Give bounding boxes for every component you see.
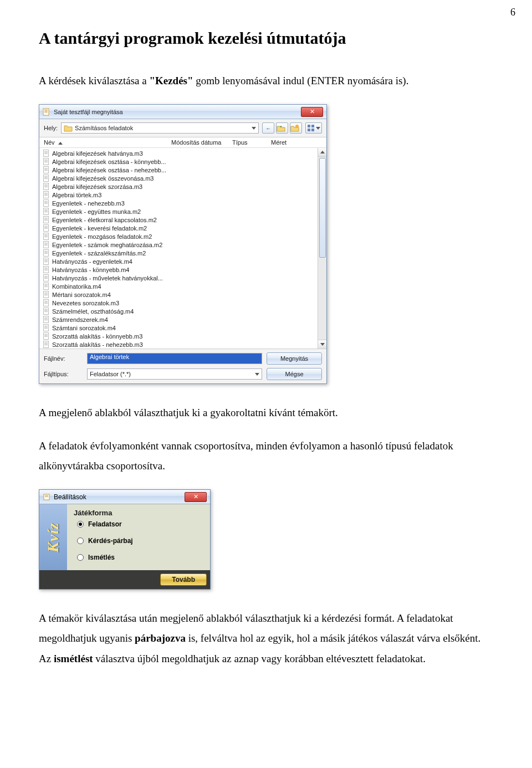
file-row[interactable]: Egyenletek - mozgásos feladatok.m2 (43, 232, 315, 240)
file-name: Nevezetes sorozatok.m3 (52, 300, 119, 306)
file-row[interactable]: Egyenletek - nehezebb.m3 (43, 199, 315, 207)
file-row[interactable]: Számelmélet, oszthatóság.m4 (43, 307, 315, 315)
svg-rect-87 (44, 319, 48, 319)
file-name: Egyenletek - százalékszámítás.m2 (52, 250, 146, 257)
file-row[interactable]: Szorzattá alakítás - nehezebb.m3 (43, 340, 315, 349)
filetype-label: Fájltípus: (44, 371, 83, 377)
next-button[interactable]: Tovább (160, 574, 207, 586)
file-row[interactable]: Egyenletek - keverési feladatok.m2 (43, 224, 315, 232)
svg-rect-41 (44, 225, 49, 232)
svg-point-4 (295, 125, 299, 128)
svg-rect-29 (44, 200, 49, 207)
file-row[interactable]: Szorzattá alakítás - könnyebb.m3 (43, 332, 315, 340)
svg-rect-73 (44, 291, 49, 298)
paragraph-3: A feladatok évfolyamonként vannak csopor… (39, 436, 493, 476)
grid-icon (308, 125, 314, 131)
radio-feladatsor[interactable]: Feladatsor (77, 520, 203, 528)
close-icon[interactable]: ✕ (185, 492, 207, 502)
file-icon (43, 216, 50, 223)
svg-rect-6 (44, 151, 48, 152)
filetype-value: Feladatsor (*.*) (90, 371, 131, 377)
svg-rect-78 (44, 301, 48, 301)
file-icon (43, 233, 50, 240)
file-icon (43, 208, 50, 215)
file-icon (43, 183, 50, 190)
file-icon (43, 324, 50, 331)
file-name: Algebrai kifejezések osztása - nehezebb.… (52, 167, 166, 173)
group-title: Játékforma (74, 509, 203, 517)
file-icon (43, 308, 50, 315)
svg-rect-40 (44, 220, 48, 221)
filename-input[interactable]: Algebrai törtek (87, 353, 262, 364)
p4-ismetlest-bold: ismétlést (54, 653, 93, 664)
file-row[interactable]: Algebrai kifejezések osztása - könnyebb.… (43, 157, 315, 166)
file-row[interactable]: Egyenletek - százalékszámítás.m2 (43, 249, 315, 257)
scrollbar-vertical[interactable] (318, 148, 326, 349)
dialog2-title-text: Beállítások (54, 493, 86, 501)
file-name: Számtani sorozatok.m4 (52, 325, 116, 331)
svg-rect-32 (44, 203, 48, 204)
svg-rect-54 (44, 251, 48, 252)
file-row[interactable]: Hatványozás - műveletek hatványokkal... (43, 274, 315, 282)
p1-kezdes-bold: "Kezdés" (149, 75, 193, 86)
svg-rect-20 (44, 178, 48, 179)
col-name: Név (44, 139, 55, 146)
nav-newfolder-button[interactable] (290, 122, 302, 134)
file-icon (43, 299, 50, 306)
folder-up-icon (277, 124, 285, 132)
nav-back-button[interactable]: ← (262, 122, 274, 134)
file-icon (43, 332, 50, 340)
open-button[interactable]: Megnyitás (267, 352, 322, 365)
file-row[interactable]: Kombinatorika.m4 (43, 282, 315, 290)
file-name: Számrendszerek.m4 (52, 316, 108, 323)
file-row[interactable]: Algebrai kifejezések hatványa.m3 (43, 149, 315, 157)
file-column-headers[interactable]: Név Módosítás dátuma Típus Méret (39, 137, 326, 148)
svg-rect-33 (44, 208, 49, 215)
file-row[interactable]: Algebrai törtek.m3 (43, 191, 315, 199)
file-icon (43, 266, 50, 273)
svg-rect-36 (44, 212, 48, 212)
file-row[interactable]: Számtani sorozatok.m4 (43, 324, 315, 332)
svg-rect-7 (44, 152, 48, 153)
file-icon (43, 199, 50, 207)
radio-kerdes-parbaj[interactable]: Kérdés-párbaj (77, 537, 203, 545)
file-row[interactable]: Algebrai kifejezések osztása - nehezebb.… (43, 166, 315, 174)
scroll-thumb[interactable] (319, 158, 326, 258)
svg-rect-93 (44, 333, 49, 340)
file-row[interactable]: Hatványozás - könnyebb.m4 (43, 265, 315, 274)
file-icon (43, 241, 50, 248)
file-name: Algebrai kifejezések osztása - könnyebb.… (52, 158, 166, 165)
svg-rect-74 (44, 293, 48, 293)
view-toggle-button[interactable] (305, 122, 322, 134)
file-row[interactable]: Algebrai kifejezések összevonása.m3 (43, 174, 315, 182)
radio-ismetles[interactable]: Ismétlés (77, 554, 203, 561)
file-name: Egyenletek - együttes munka.m2 (52, 208, 141, 215)
nav-up-button[interactable] (276, 122, 288, 134)
file-list[interactable]: Algebrai kifejezések hatványa.m3Algebrai… (39, 148, 318, 349)
file-row[interactable]: Algebrai kifejezések szorzása.m3 (43, 182, 315, 191)
svg-rect-45 (44, 233, 49, 240)
svg-rect-16 (44, 170, 48, 171)
file-row[interactable]: Egyenletek - számok meghatározása.m2 (43, 240, 315, 249)
svg-rect-57 (44, 258, 49, 265)
dialog1-footer: Fájlnév: Algebrai törtek Megnyitás Fájlt… (39, 349, 326, 383)
folder-icon (64, 124, 73, 132)
chevron-down-icon (252, 127, 256, 130)
svg-rect-66 (44, 276, 48, 277)
file-row[interactable]: Hatványozás - egyenletek.m4 (43, 257, 315, 265)
filetype-combo[interactable]: Feladatsor (*.*) (87, 368, 262, 380)
file-icon (43, 274, 50, 281)
cancel-button[interactable]: Mégse (267, 368, 322, 380)
svg-rect-98 (44, 342, 48, 343)
file-row[interactable]: Számrendszerek.m4 (43, 315, 315, 324)
file-row[interactable]: Egyenletek - életkorral kapcsolatos.m2 (43, 216, 315, 224)
scroll-down-button[interactable] (318, 340, 326, 349)
close-icon[interactable]: ✕ (301, 107, 323, 117)
svg-rect-96 (44, 336, 48, 337)
file-row[interactable]: Mértani sorozatok.m4 (43, 290, 315, 299)
location-combo[interactable]: Számításos feladatok (61, 122, 259, 134)
svg-rect-38 (44, 218, 48, 218)
scroll-up-button[interactable] (318, 148, 326, 157)
file-row[interactable]: Egyenletek - együttes munka.m2 (43, 207, 315, 216)
file-row[interactable]: Nevezetes sorozatok.m3 (43, 299, 315, 307)
